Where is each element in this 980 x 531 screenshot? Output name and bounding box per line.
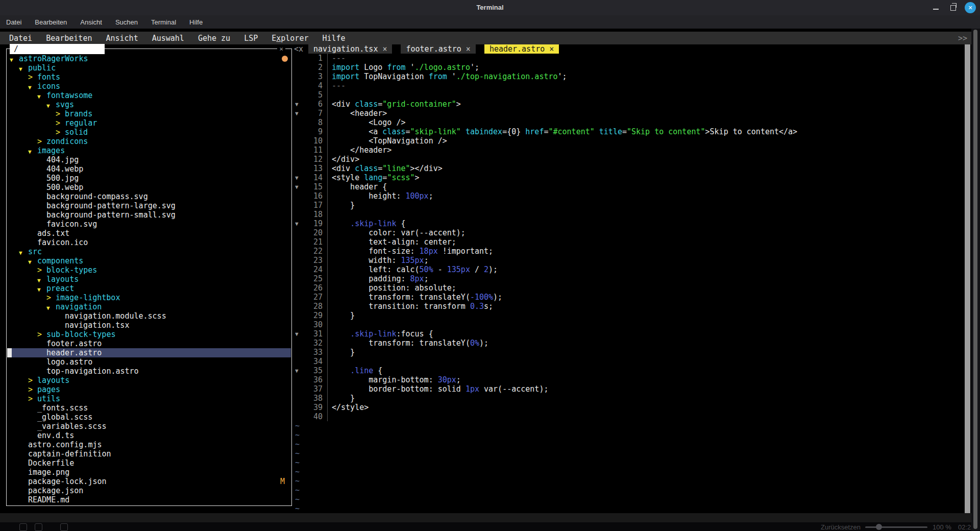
tree-item-Dockerfile[interactable]: Dockerfile (7, 458, 291, 468)
tree-item-solid[interactable]: >solid (7, 128, 291, 137)
terminal-menu-datei[interactable]: Datei (6, 18, 21, 26)
tree-item-404.jpg[interactable]: 404.jpg (7, 155, 291, 164)
tree-item-_fonts.scss[interactable]: _fonts.scss (7, 403, 291, 413)
tree-item-background-pattern-large.svg[interactable]: background-pattern-large.svg (7, 201, 291, 210)
fold-marker-icon[interactable]: ▼ (295, 109, 302, 118)
folder-closed-icon[interactable]: > (28, 394, 33, 403)
code-line-32[interactable]: transform: translateY(0%); (332, 339, 797, 348)
code-line-26[interactable]: position: absolute; (332, 283, 797, 293)
tree-item-navigation.module.scss[interactable]: navigation.module.scss (7, 311, 291, 321)
tree-item-fontawsome[interactable]: ▼fontawsome (7, 91, 291, 100)
tab-navigation.tsx[interactable]: navigation.tsx× (308, 44, 392, 54)
tab-close-icon[interactable]: × (549, 44, 554, 54)
code-line-9[interactable]: <a class="skip-link" tabindex={0} href="… (332, 127, 797, 136)
code-line-27[interactable]: transform: translateY(-100%); (332, 293, 797, 302)
code-line-37[interactable]: border-bottom: solid 1px var(--accent); (332, 384, 797, 394)
code-line-36[interactable]: margin-bottom: 30px; (332, 375, 797, 384)
code-line-29[interactable]: } (332, 311, 797, 320)
tree-item-background-pattern-small.svg[interactable]: background-pattern-small.svg (7, 210, 291, 220)
code-line-38[interactable]: } (332, 394, 797, 403)
tree-item-zondicons[interactable]: >zondicons (7, 137, 291, 146)
tree-item-image-lightbox[interactable]: >image-lightbox (7, 293, 291, 302)
code-line-25[interactable]: padding: 8px; (332, 274, 797, 283)
folder-closed-icon[interactable]: > (56, 109, 60, 118)
fold-marker-icon[interactable]: ▼ (295, 366, 302, 376)
code-line-1[interactable]: --- (332, 54, 797, 63)
code-line-3[interactable]: import TopNavigation from './top-navigat… (332, 72, 797, 81)
fold-marker-icon[interactable]: ▼ (295, 100, 302, 109)
code-line-17[interactable]: } (332, 201, 797, 210)
code-area[interactable]: ---import Logo from './logo.astro';impor… (332, 54, 797, 421)
code-line-5[interactable] (332, 90, 797, 100)
tree-item-block-types[interactable]: >block-types (7, 266, 291, 275)
tab-close-icon[interactable]: × (466, 44, 471, 54)
code-line-22[interactable]: font-size: 18px !important; (332, 247, 797, 256)
code-line-15[interactable]: header { (332, 182, 797, 191)
editor-menu-auswahl[interactable]: Auswahl (152, 34, 184, 43)
code-line-8[interactable]: <Logo /> (332, 118, 797, 127)
tree-item-sub-block-types[interactable]: >sub-block-types (7, 330, 291, 339)
tree-item-astro.config.mjs[interactable]: astro.config.mjs (7, 440, 291, 449)
tree-item-utils[interactable]: >utils (7, 394, 291, 403)
folder-closed-icon[interactable]: > (56, 118, 60, 128)
tree-item-astroRagerWorks[interactable]: ▼astroRagerWorks (7, 54, 291, 63)
explorer-filter-input[interactable]: / (10, 44, 105, 54)
tree-item-background-compass.svg[interactable]: background-compass.svg (7, 192, 291, 201)
tree-item-ads.txt[interactable]: ads.txt (7, 229, 291, 238)
code-line-6[interactable]: <div class="grid-container"> (332, 100, 797, 109)
tree-item-500.webp[interactable]: 500.webp (7, 183, 291, 192)
tree-item-500.jpg[interactable]: 500.jpg (7, 174, 291, 183)
tab-footer.astro[interactable]: footer.astro× (401, 44, 475, 54)
tree-item-layouts[interactable]: >layouts (7, 376, 291, 385)
code-line-33[interactable]: } (332, 348, 797, 357)
code-line-35[interactable]: .line { (332, 366, 797, 375)
editor-menu-hilfe[interactable]: Hilfe (322, 34, 345, 43)
code-line-28[interactable]: transition: transform 0.3s; (332, 302, 797, 311)
tab-scroll-left-button[interactable]: <x (294, 44, 303, 54)
fold-marker-icon[interactable]: ▼ (295, 219, 302, 229)
code-line-24[interactable]: left: calc(50% - 135px / 2); (332, 265, 797, 274)
tree-item-navigation.tsx[interactable]: navigation.tsx (7, 321, 291, 330)
code-line-12[interactable]: </div> (332, 155, 797, 164)
code-line-13[interactable]: <div class="line"></div> (332, 164, 797, 173)
code-line-10[interactable]: <TopNavigation /> (332, 136, 797, 146)
tree-item-env.d.ts[interactable]: env.d.ts (7, 431, 291, 440)
tree-item-top-navigation.astro[interactable]: top-navigation.astro (7, 367, 291, 376)
editor-menu-ansicht[interactable]: Ansicht (106, 34, 138, 43)
editor-scrollbar[interactable] (965, 44, 970, 513)
terminal-menu-terminal[interactable]: Terminal (151, 18, 176, 26)
code-line-14[interactable]: <style lang="scss"> (332, 173, 797, 182)
tree-item-images[interactable]: ▼images (7, 146, 291, 155)
tree-item-brands[interactable]: >brands (7, 109, 291, 118)
editor-menu-datei[interactable]: Datei (9, 34, 32, 43)
editor-menu-explorer[interactable]: Explorer (272, 34, 308, 43)
code-line-20[interactable]: color: var(--accent); (332, 228, 797, 237)
tree-item-favicon.ico[interactable]: favicon.ico (7, 238, 291, 247)
terminal-menu-ansicht[interactable]: Ansicht (80, 18, 102, 26)
code-line-40[interactable] (332, 412, 797, 421)
editor-menu-gehe-zu[interactable]: Gehe zu (198, 34, 230, 43)
code-line-34[interactable] (332, 357, 797, 366)
folder-closed-icon[interactable]: > (28, 73, 33, 82)
tree-item-regular[interactable]: >regular (7, 118, 291, 128)
tree-item-logo.astro[interactable]: logo.astro (7, 357, 291, 367)
code-line-31[interactable]: .skip-link:focus { (332, 329, 797, 339)
tree-item-image.png[interactable]: image.png (7, 468, 291, 477)
tree-item-icons[interactable]: ▼icons (7, 82, 291, 91)
editor-menu-bearbeiten[interactable]: Bearbeiten (46, 34, 92, 43)
minimize-icon[interactable] (930, 2, 941, 13)
tree-item-package.json[interactable]: package.json (7, 486, 291, 495)
tree-item-header.astro[interactable]: header.astro (7, 348, 291, 357)
tree-item-_global.scss[interactable]: _global.scss (7, 413, 291, 422)
code-line-39[interactable]: </style> (332, 403, 797, 412)
tree-item-favicon.svg[interactable]: favicon.svg (7, 220, 291, 229)
terminal-menu-suchen[interactable]: Suchen (115, 18, 138, 26)
close-icon[interactable]: ✕ (965, 2, 976, 13)
tree-item-pages[interactable]: >pages (7, 385, 291, 394)
tree-item-_variables.scss[interactable]: _variables.scss (7, 422, 291, 431)
tree-item-layouts[interactable]: ▼layouts (7, 275, 291, 284)
tree-item-navigation[interactable]: ▼navigation (7, 302, 291, 311)
folder-closed-icon[interactable]: > (28, 385, 33, 394)
folder-closed-icon[interactable]: > (28, 376, 33, 385)
tree-item-package-lock.json[interactable]: package-lock.jsonM (7, 477, 291, 486)
